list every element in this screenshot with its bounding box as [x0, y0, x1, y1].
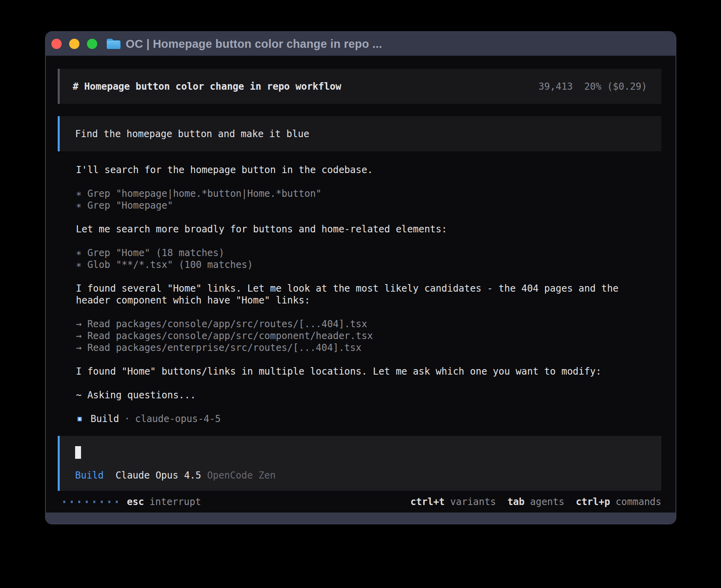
window-title: OC | Homepage button color change in rep… — [126, 38, 382, 51]
spinner-dot — [116, 501, 118, 503]
hint-label: interrupt — [149, 496, 201, 507]
text-cursor — [75, 446, 81, 459]
hint-key: ctrl+p — [576, 496, 610, 507]
agent-status-line: Build · claude-opus-4-5 — [76, 413, 661, 425]
transcript-line: I'll search for the homepage button in t… — [76, 164, 661, 176]
transcript-line — [76, 306, 661, 318]
transcript-line: Let me search more broadly for buttons a… — [76, 223, 661, 235]
transcript-line: → Read packages/console/app/src/componen… — [76, 330, 661, 342]
close-window-button[interactable] — [51, 39, 62, 49]
transcript-line — [76, 354, 661, 366]
statusbar-hints: ctrl+tvariantstabagentsctrl+pcommands — [399, 496, 661, 507]
transcript-line: header component which have "Home" links… — [76, 294, 661, 306]
hint-label: variants — [450, 496, 496, 507]
token-count: 39,413 — [538, 81, 573, 92]
session-stats: 39,41320% ($0.29) — [538, 81, 647, 92]
titlebar: OC | Homepage button color change in rep… — [46, 32, 676, 56]
transcript-line: ∗ Grep "Home" (18 matches) — [76, 247, 661, 259]
zoom-window-button[interactable] — [87, 39, 97, 49]
hint-key: ctrl+t — [410, 496, 445, 507]
hint-key: esc — [127, 496, 144, 507]
agent-model: claude-opus-4-5 — [135, 413, 221, 424]
user-message: Find the homepage button and make it blu… — [58, 116, 661, 151]
transcript-line — [76, 271, 661, 283]
input-status-line: BuildClaude Opus 4.5OpenCode Zen — [75, 469, 647, 481]
keyboard-hint: ctrl+pcommands — [576, 496, 661, 507]
transcript-line: ~ Asking questions... — [76, 389, 661, 401]
context-cost: 20% ($0.29) — [584, 81, 647, 92]
spinner-dot — [108, 501, 110, 503]
keyboard-hint: ctrl+tvariants — [410, 496, 496, 507]
build-agent-icon — [77, 417, 82, 421]
transcript-line: I found several "Home" links. Let me loo… — [76, 283, 661, 294]
prompt-input[interactable]: BuildClaude Opus 4.5OpenCode Zen — [58, 436, 661, 491]
keyboard-hint-interrupt: escinterrupt — [127, 496, 201, 507]
transcript-line: I found "Home" buttons/links in multiple… — [76, 366, 661, 377]
transcript-line — [76, 377, 661, 389]
user-message-text: Find the homepage button and make it blu… — [75, 128, 309, 139]
transcript-line: → Read packages/enterprise/src/routes/[.… — [76, 342, 661, 354]
agent-name: Build — [91, 413, 119, 424]
transcript-line: ∗ Grep "Homepage" — [76, 200, 661, 211]
statusbar: escinterrupt ctrl+tvariantstabagentsctrl… — [63, 491, 661, 513]
input-provider-label: OpenCode Zen — [207, 470, 276, 481]
hint-label: commands — [615, 496, 661, 507]
transcript-line: → Read packages/console/app/src/routes/[… — [76, 318, 661, 330]
transcript-line — [76, 401, 661, 413]
transcript-line — [76, 235, 661, 247]
transcript-line: ∗ Grep "homepage|home.*button|Home.*butt… — [76, 188, 661, 200]
spinner-dot — [86, 501, 88, 503]
terminal-window: OC | Homepage button color change in rep… — [45, 31, 676, 524]
transcript-line — [76, 211, 661, 223]
transcript: I'll search for the homepage button in t… — [76, 164, 661, 413]
folder-icon — [106, 38, 121, 50]
spinner-dot — [63, 501, 65, 503]
session-header: # Homepage button color change in repo w… — [58, 69, 661, 104]
transcript-line: ∗ Glob "**/*.tsx" (100 matches) — [76, 259, 661, 271]
minimize-window-button[interactable] — [69, 39, 79, 49]
input-model-label: Claude Opus 4.5 — [115, 470, 201, 481]
input-agent-label: Build — [75, 470, 104, 481]
spinner-dot — [101, 501, 103, 503]
session-title: # Homepage button color change in repo w… — [73, 81, 341, 92]
terminal-content: # Homepage button color change in repo w… — [46, 56, 676, 513]
hint-label: agents — [530, 496, 564, 507]
window-footer-strip — [46, 513, 676, 524]
hint-key: tab — [508, 496, 525, 507]
keyboard-hint: tabagents — [508, 496, 564, 507]
agent-separator: · — [124, 413, 130, 424]
spinner-dot — [78, 501, 80, 503]
transcript-line — [76, 176, 661, 188]
spinner-dot — [93, 501, 95, 503]
spinner-dot — [71, 501, 73, 503]
spinner — [63, 501, 123, 503]
